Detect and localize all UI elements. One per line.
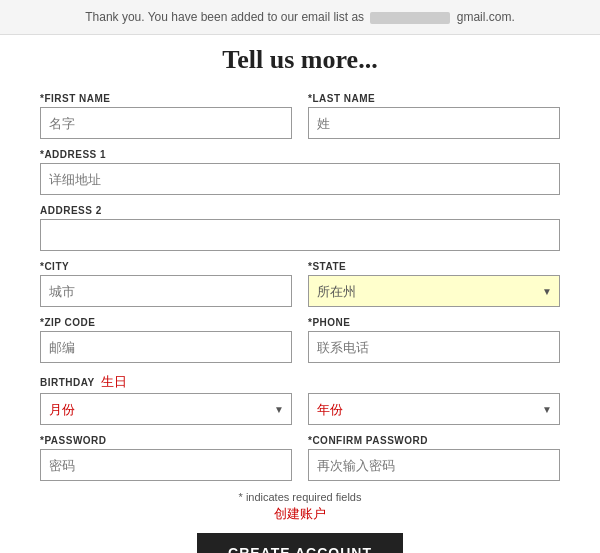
first-name-group: *FIRST NAME	[40, 93, 292, 139]
first-name-label: *FIRST NAME	[40, 93, 292, 104]
confirm-password-group: *CONFIRM PASSWORD	[308, 435, 560, 481]
year-group: 年份	[308, 393, 560, 425]
state-group: *STATE 所在州	[308, 261, 560, 307]
year-select[interactable]: 年份	[308, 393, 560, 425]
state-select[interactable]: 所在州	[308, 275, 560, 307]
zip-label: *ZIP CODE	[40, 317, 292, 328]
zip-group: *ZIP CODE	[40, 317, 292, 363]
zip-phone-row: *ZIP CODE *PHONE	[40, 317, 560, 363]
address2-label: ADDRESS 2	[40, 205, 560, 216]
birthday-chinese: 生日	[101, 373, 127, 391]
month-select[interactable]: 月份 1 2 3 4 5 6 7 8 9 10 11 12	[40, 393, 292, 425]
confirm-password-label: *CONFIRM PASSWORD	[308, 435, 560, 446]
name-row: *FIRST NAME *LAST NAME	[40, 93, 560, 139]
address2-input[interactable]	[40, 219, 560, 251]
month-select-wrapper: 月份 1 2 3 4 5 6 7 8 9 10 11 12	[40, 393, 292, 425]
city-input[interactable]	[40, 275, 292, 307]
notice-text-before: Thank you. You have been added to our em…	[85, 10, 364, 24]
month-group: 月份 1 2 3 4 5 6 7 8 9 10 11 12	[40, 393, 292, 425]
notice-text-after: gmail.com.	[457, 10, 515, 24]
page-title: Tell us more...	[40, 45, 560, 75]
address2-row: ADDRESS 2	[40, 205, 560, 251]
password-group: *PASSWORD	[40, 435, 292, 481]
birthday-label-row: BIRTHDAY 生日	[40, 373, 560, 391]
top-notice: Thank you. You have been added to our em…	[0, 0, 600, 35]
password-row: *PASSWORD *CONFIRM PASSWORD	[40, 435, 560, 481]
phone-label: *PHONE	[308, 317, 560, 328]
address1-input[interactable]	[40, 163, 560, 195]
address1-row: *ADDRESS 1	[40, 149, 560, 195]
phone-group: *PHONE	[308, 317, 560, 363]
create-account-link[interactable]: 创建账户	[40, 505, 560, 523]
birthday-label: BIRTHDAY	[40, 377, 95, 388]
city-label: *CITY	[40, 261, 292, 272]
phone-input[interactable]	[308, 331, 560, 363]
required-note: * indicates required fields	[40, 491, 560, 503]
password-label: *PASSWORD	[40, 435, 292, 446]
city-state-row: *CITY *STATE 所在州	[40, 261, 560, 307]
birthday-row: 月份 1 2 3 4 5 6 7 8 9 10 11 12	[40, 393, 560, 425]
last-name-group: *LAST NAME	[308, 93, 560, 139]
address1-label: *ADDRESS 1	[40, 149, 560, 160]
zip-input[interactable]	[40, 331, 292, 363]
password-input[interactable]	[40, 449, 292, 481]
state-label: *STATE	[308, 261, 560, 272]
last-name-label: *LAST NAME	[308, 93, 560, 104]
blurred-email	[370, 12, 450, 24]
create-account-button[interactable]: CREATE ACCOUNT	[197, 533, 403, 553]
last-name-input[interactable]	[308, 107, 560, 139]
first-name-input[interactable]	[40, 107, 292, 139]
city-group: *CITY	[40, 261, 292, 307]
confirm-password-input[interactable]	[308, 449, 560, 481]
address1-group: *ADDRESS 1	[40, 149, 560, 195]
address2-group: ADDRESS 2	[40, 205, 560, 251]
state-select-wrapper: 所在州	[308, 275, 560, 307]
registration-form: *FIRST NAME *LAST NAME *ADDRESS 1 ADDRES…	[40, 93, 560, 553]
year-select-wrapper: 年份	[308, 393, 560, 425]
